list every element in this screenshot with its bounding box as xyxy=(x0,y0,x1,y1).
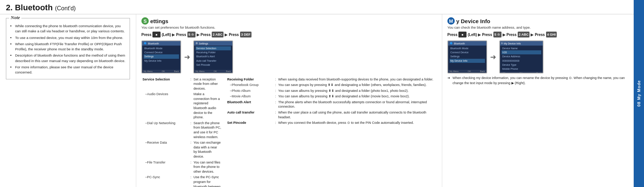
note-column: Note While connecting the phone to bluet… xyxy=(0,14,136,187)
menu-item: Device Address xyxy=(502,54,541,58)
menu-item: Set Pincode xyxy=(196,63,231,67)
arrow-between-phones: ➜ xyxy=(184,53,190,61)
press-label-1: Press xyxy=(141,33,151,37)
press-label-2: Press xyxy=(176,33,186,37)
phone-screen-1: 🔷 Bluetooth Bluetooth Mode Connect Devic… xyxy=(141,40,181,73)
settings-desc-table: Service Selection : Set a reception mode… xyxy=(141,76,222,187)
md-num4-btn: 4 GHI xyxy=(546,32,557,37)
num5-btn: 5 ☆ xyxy=(187,32,196,37)
bt-icon-md: 🔷 xyxy=(450,42,453,45)
page-header: 2. Bluetooth (Cont'd) xyxy=(0,0,634,14)
mydevice-note: When checking my device information, you… xyxy=(447,76,629,86)
desc-row: −Movie Album : You can save albums by pr… xyxy=(226,94,437,100)
press-label-md-2: Press xyxy=(482,33,492,37)
phone-screen-2: ⚙ Settings Service Selection Receiving F… xyxy=(193,40,233,73)
note-item: To use a connected device, you must stay… xyxy=(15,35,126,40)
note-item: For more information, please see the use… xyxy=(15,65,126,75)
menu-item: Bluetooth's Alert xyxy=(196,54,231,58)
desc-row: Auto call transfer : When the user place… xyxy=(226,110,437,120)
receiving-desc-table: Receiving Folder : When saving data rece… xyxy=(226,76,437,126)
desc-row: −PC-Sync : Use the PC-Sync program for b… xyxy=(141,175,222,187)
bt-icon: 🔷 xyxy=(144,42,147,45)
md-num5-btn: 5 ☆ xyxy=(493,32,502,37)
mydevice-press-row: Press ■ (Left) ▶ Press 5 ☆ ▶ Press 2 ABC… xyxy=(447,32,629,37)
press-label-md-4: Press xyxy=(535,33,545,37)
settings-title-icon: S xyxy=(141,17,149,25)
press-left-label: (Left) xyxy=(162,33,171,37)
mydevice-phone-1: 🔷 Bluetooth Bluetooth Mode Connect Devic… xyxy=(447,40,487,73)
menu-item: My Device Info xyxy=(144,59,179,63)
mydevice-phone-2: ℹ My Device Info Device Name V20 Device … xyxy=(499,40,543,73)
settings-desc-section: Service Selection : Set a reception mode… xyxy=(141,76,437,187)
menu-item: Connect Device xyxy=(450,50,485,54)
settings-press-row: Press ■ (Left) ▶ Press 5 ☆ ▶ Press 2 ABC… xyxy=(141,32,437,37)
settings-title: S ettings xyxy=(141,17,437,25)
menu-item: Auto call Transfer xyxy=(196,59,231,63)
settings-column: S ettings You can set preferences for bl… xyxy=(136,14,442,187)
menu-item-active: Settings xyxy=(144,54,179,58)
desc-row: Service Selection : Set a reception mode… xyxy=(141,76,222,91)
mydevice-title: M y Device Info xyxy=(447,17,629,25)
num3-btn: 3 DEF xyxy=(240,32,252,37)
arrow-between-md-phones: ➜ xyxy=(490,53,496,61)
menu-item: Receiving Folder xyxy=(196,50,231,54)
my-device-info-column: M y Device Info You can check the blueto… xyxy=(442,14,634,187)
num2-btn: 2 ABC xyxy=(212,32,224,37)
menu-item-active: Service Selection xyxy=(196,46,231,50)
note-item: Description of bluetooth device function… xyxy=(15,53,126,64)
settings-icon: ⚙ xyxy=(196,42,198,45)
phone1-menu: Bluetooth Mode Connect Device Settings M… xyxy=(142,46,180,70)
mydevice-phone2-footer: V20OKBack xyxy=(500,72,543,73)
desc-row: Set Pincode : When you connect the bluet… xyxy=(226,120,437,126)
mydevice-phone1-footer: My MenuOKBack xyxy=(448,70,486,73)
receiving-folder-desc: Receiving Folder : When saving data rece… xyxy=(226,76,437,187)
settings-subtitle: You can set preferences for bluetooth fu… xyxy=(141,25,437,29)
info-icon: ℹ xyxy=(502,42,503,45)
desc-row: −Phonebook Group : You can save groups b… xyxy=(226,82,437,88)
phone2-header: ⚙ Settings xyxy=(194,41,232,46)
note-list: While connecting the phone to bluetooth … xyxy=(10,24,126,75)
mydevice-subtitle: You can check the bluetooth name address… xyxy=(447,25,629,29)
desc-row: −Audio Devices Make a connection from a … xyxy=(141,91,222,121)
menu-item: Settings xyxy=(450,54,485,58)
phone2-menu: Service Selection Receiving Folder Bluet… xyxy=(194,46,232,70)
menu-item: 000000000000 xyxy=(502,59,541,63)
note-item: While connecting the phone to bluetooth … xyxy=(15,24,126,34)
menu-item-active: My Device Info xyxy=(450,59,485,63)
press-label-md-1: Press xyxy=(447,33,457,37)
menu-item: Mobile Phone xyxy=(502,67,541,71)
press-label-md-3: Press xyxy=(507,33,517,37)
menu-item: Connect Device xyxy=(144,50,179,54)
press-label-3: Press xyxy=(201,33,211,37)
desc-row: −File Transfer : You can send files from… xyxy=(141,159,222,175)
mydevice-screenshots: 🔷 Bluetooth Bluetooth Mode Connect Devic… xyxy=(447,40,629,73)
settings-screenshots: 🔷 Bluetooth Bluetooth Mode Connect Devic… xyxy=(141,40,437,73)
menu-item: Bluetooth Mode xyxy=(450,46,485,50)
desc-row: −Receive Data : You can exchange data wi… xyxy=(141,140,222,159)
right-sidebar: 08 My Mode xyxy=(634,0,644,187)
md-left-key-btn: ■ xyxy=(458,32,467,37)
phone2-footer: My MenuOKBack xyxy=(194,70,232,73)
note-box: Note While connecting the phone to bluet… xyxy=(6,18,130,79)
menu-item: Device Type xyxy=(502,63,541,67)
note-label: Note xyxy=(9,15,21,21)
settings-desc-left: Service Selection : Set a reception mode… xyxy=(141,76,222,187)
desc-row: Receiving Folder : When saving data rece… xyxy=(226,76,437,82)
left-key-btn: ■ xyxy=(152,32,161,37)
mydevice-phone1-header: 🔷 Bluetooth xyxy=(448,41,486,46)
mydevice-title-icon: M xyxy=(447,17,455,25)
press-label-4: Press xyxy=(229,33,239,37)
note-item: When using bluetooth FTP(File Transfer P… xyxy=(15,42,126,52)
mydevice-phone2-header: ℹ My Device Info xyxy=(500,41,543,46)
press-left-label-md: (Left) xyxy=(468,33,477,37)
phone1-footer: My MenuOKBack xyxy=(142,70,180,73)
desc-row: −Photo Album : You can save albums by pr… xyxy=(226,88,437,94)
md-num2-btn: 2 ABC xyxy=(518,32,530,37)
menu-item: Bluetooth Mode xyxy=(144,46,179,50)
desc-row: −Dial Up Networking : Search the phone f… xyxy=(141,120,222,140)
mydevice-phone2-menu: Device Name V20 Device Address 000000000… xyxy=(500,46,543,72)
menu-item-active: V20 xyxy=(502,50,541,54)
desc-row: Bluetooth Alert : The phone alerts when … xyxy=(226,99,437,109)
page-title: 2. Bluetooth (Cont'd) xyxy=(6,3,76,12)
menu-item: Device Name xyxy=(502,46,541,50)
